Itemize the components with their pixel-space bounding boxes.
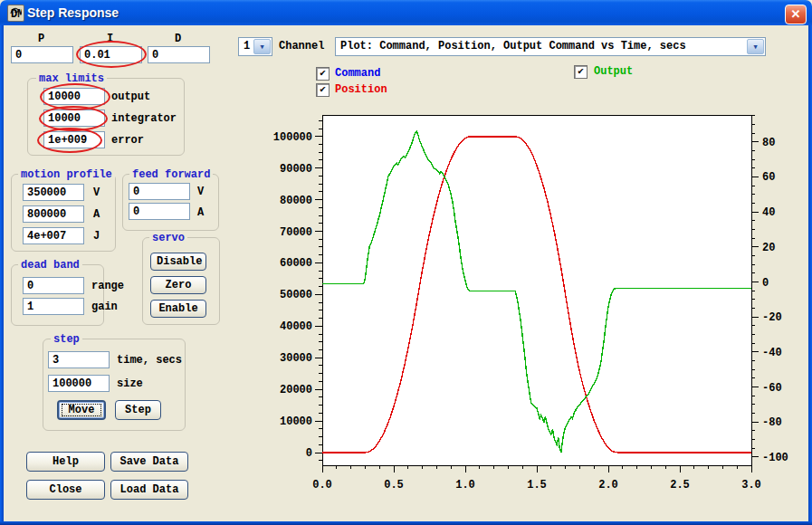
svg-text:0.5: 0.5: [384, 479, 404, 492]
dead-band-range-input[interactable]: [23, 277, 84, 294]
feed-forward-a-label: A: [197, 206, 204, 219]
dead-band-gain-label: gain: [91, 301, 118, 313]
step-button[interactable]: Step: [115, 400, 161, 420]
chevron-down-icon[interactable]: ▾: [253, 39, 271, 54]
dead-band-gain-input[interactable]: [23, 298, 84, 315]
command-checkbox[interactable]: ✔: [316, 67, 330, 81]
channel-label: Channel: [279, 40, 324, 52]
svg-text:30000: 30000: [280, 352, 312, 365]
velocity-input[interactable]: [23, 184, 84, 201]
p-gain-input[interactable]: [11, 46, 73, 63]
svg-text:40000: 40000: [280, 320, 312, 333]
max-integrator-input[interactable]: [43, 110, 105, 127]
step-size-input[interactable]: [48, 375, 110, 392]
svg-text:-100: -100: [762, 452, 788, 464]
acceleration-label: A: [93, 208, 100, 221]
feed-forward-v-input[interactable]: [129, 183, 190, 200]
svg-text:0: 0: [306, 447, 312, 460]
window-title: Step Response: [27, 5, 119, 20]
max-error-label: error: [111, 134, 144, 147]
save-data-button[interactable]: Save Data: [110, 452, 188, 472]
svg-text:-20: -20: [762, 311, 782, 324]
svg-text:20: 20: [762, 242, 775, 254]
acceleration-input[interactable]: [23, 205, 84, 223]
svg-text:40: 40: [762, 206, 775, 219]
plot-select-value: Plot: Command, Position, Output Command …: [340, 40, 686, 52]
svg-text:2.0: 2.0: [598, 479, 618, 492]
svg-text:60000: 60000: [280, 257, 312, 270]
svg-text:-40: -40: [762, 347, 782, 359]
dead-band-group: [11, 264, 104, 326]
window-border-right: [808, 25, 812, 525]
svg-text:2.5: 2.5: [670, 479, 690, 492]
svg-text:3.0: 3.0: [741, 479, 761, 492]
dead-band-title: dead band: [18, 259, 82, 272]
window-border-left: [0, 25, 4, 525]
app-icon: DM: [7, 5, 24, 22]
max-limits-title: max limits: [36, 72, 107, 85]
move-button[interactable]: Move: [57, 400, 106, 420]
feed-forward-a-input[interactable]: [129, 203, 190, 220]
servo-disable-button[interactable]: Disable: [150, 253, 206, 271]
step-title: step: [51, 333, 82, 346]
output-checkbox-label: Output: [594, 65, 633, 78]
position-checkbox-label: Position: [335, 83, 387, 96]
servo-enable-button[interactable]: Enable: [150, 300, 206, 318]
close-button[interactable]: Close: [26, 480, 105, 500]
feed-forward-v-label: V: [197, 186, 204, 198]
load-data-button[interactable]: Load Data: [110, 480, 188, 500]
svg-text:1.5: 1.5: [527, 479, 547, 492]
svg-text:-80: -80: [762, 416, 782, 429]
focus-ring: [62, 404, 101, 416]
svg-text:80000: 80000: [280, 195, 312, 207]
check-icon: ✔: [320, 68, 326, 79]
motion-profile-title: motion profile: [18, 168, 115, 181]
svg-text:10000: 10000: [280, 415, 312, 428]
step-size-label: size: [117, 377, 143, 390]
servo-title: servo: [149, 232, 187, 244]
position-checkbox[interactable]: ✔: [316, 83, 330, 97]
step-response-window: DM Step Response ✕ P I D max limits outp…: [0, 0, 812, 525]
svg-text:100000: 100000: [273, 131, 312, 144]
d-label: D: [175, 33, 181, 45]
max-integrator-label: integrator: [111, 112, 177, 125]
channel-value: 1: [244, 40, 250, 52]
svg-text:80: 80: [762, 137, 775, 149]
step-time-input[interactable]: [48, 351, 110, 368]
velocity-label: V: [93, 186, 100, 199]
max-output-input[interactable]: [43, 88, 105, 105]
dead-band-range-label: range: [91, 280, 124, 292]
i-label: I: [107, 33, 113, 45]
svg-text:90000: 90000: [280, 163, 312, 176]
jerk-label: J: [93, 230, 100, 243]
svg-text:60: 60: [762, 171, 775, 184]
svg-text:1.0: 1.0: [455, 479, 475, 492]
window-border-bottom: [0, 521, 812, 525]
output-checkbox[interactable]: ✔: [574, 65, 588, 79]
close-window-button[interactable]: ✕: [785, 5, 807, 24]
step-response-chart: 0.00.51.01.52.02.53.00100002000030000400…: [263, 107, 806, 514]
d-gain-input[interactable]: [148, 46, 210, 63]
check-icon: ✔: [578, 66, 584, 77]
svg-text:50000: 50000: [280, 289, 312, 301]
max-output-label: output: [111, 91, 150, 103]
svg-text:70000: 70000: [280, 226, 312, 239]
plot-select[interactable]: Plot: Command, Position, Output Command …: [335, 37, 766, 56]
svg-text:-60: -60: [762, 382, 782, 395]
feed-forward-title: feed forward: [129, 168, 213, 181]
chevron-down-icon[interactable]: ▾: [747, 39, 764, 54]
channel-select[interactable]: 1 ▾: [238, 37, 272, 56]
p-label: P: [38, 33, 44, 45]
jerk-input[interactable]: [23, 227, 84, 244]
svg-text:20000: 20000: [280, 384, 312, 396]
max-error-input[interactable]: [43, 131, 105, 148]
step-time-label: time, secs: [117, 354, 182, 367]
svg-text:0.0: 0.0: [312, 479, 332, 492]
servo-zero-button[interactable]: Zero: [150, 276, 206, 294]
i-gain-input[interactable]: [80, 46, 142, 63]
svg-text:0: 0: [762, 277, 769, 290]
check-icon: ✔: [320, 84, 326, 95]
title-bar[interactable]: DM Step Response ✕: [0, 0, 812, 25]
svg-text:DM: DM: [11, 8, 22, 19]
help-button[interactable]: Help: [26, 452, 105, 472]
